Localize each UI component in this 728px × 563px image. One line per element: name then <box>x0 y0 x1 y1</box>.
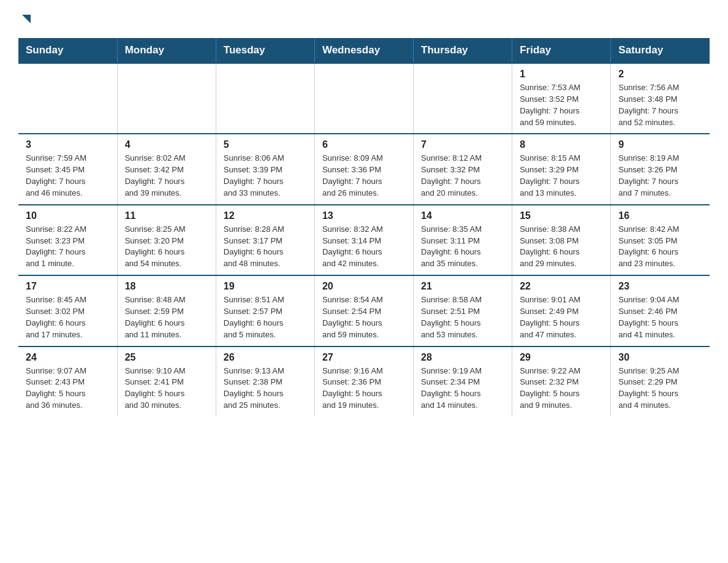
day-info: Sunrise: 8:28 AM Sunset: 3:17 PM Dayligh… <box>224 224 307 270</box>
calendar-cell: 21Sunrise: 8:58 AM Sunset: 2:51 PM Dayli… <box>414 275 512 346</box>
day-number: 15 <box>520 210 603 221</box>
calendar-cell <box>216 63 314 134</box>
calendar-cell <box>314 63 413 134</box>
calendar-cell: 13Sunrise: 8:32 AM Sunset: 3:14 PM Dayli… <box>314 205 413 275</box>
day-number: 18 <box>125 281 208 292</box>
day-number: 3 <box>26 139 110 150</box>
day-info: Sunrise: 8:12 AM Sunset: 3:32 PM Dayligh… <box>421 153 504 199</box>
day-info: Sunrise: 7:53 AM Sunset: 3:52 PM Dayligh… <box>520 82 603 128</box>
weekday-header-friday: Friday <box>512 38 611 63</box>
day-number: 20 <box>322 281 406 292</box>
page-header <box>18 12 710 26</box>
calendar-cell: 24Sunrise: 9:07 AM Sunset: 2:43 PM Dayli… <box>18 347 117 416</box>
day-info: Sunrise: 8:19 AM Sunset: 3:26 PM Dayligh… <box>618 153 702 199</box>
day-number: 7 <box>421 139 504 150</box>
calendar-cell: 29Sunrise: 9:22 AM Sunset: 2:32 PM Dayli… <box>512 347 611 416</box>
logo <box>18 12 33 26</box>
calendar-cell: 5Sunrise: 8:06 AM Sunset: 3:39 PM Daylig… <box>216 134 314 204</box>
calendar-cell <box>117 63 216 134</box>
day-number: 13 <box>322 210 406 221</box>
day-info: Sunrise: 8:35 AM Sunset: 3:11 PM Dayligh… <box>421 224 504 270</box>
calendar-cell: 7Sunrise: 8:12 AM Sunset: 3:32 PM Daylig… <box>414 134 512 204</box>
calendar-cell: 12Sunrise: 8:28 AM Sunset: 3:17 PM Dayli… <box>216 205 314 275</box>
calendar-week-row: 1Sunrise: 7:53 AM Sunset: 3:52 PM Daylig… <box>18 63 710 134</box>
calendar-table: SundayMondayTuesdayWednesdayThursdayFrid… <box>18 38 710 416</box>
day-number: 16 <box>618 210 702 221</box>
calendar-cell: 19Sunrise: 8:51 AM Sunset: 2:57 PM Dayli… <box>216 275 314 346</box>
day-number: 25 <box>125 352 208 363</box>
day-info: Sunrise: 8:06 AM Sunset: 3:39 PM Dayligh… <box>224 153 307 199</box>
calendar-cell: 20Sunrise: 8:54 AM Sunset: 2:54 PM Dayli… <box>314 275 413 346</box>
calendar-cell: 6Sunrise: 8:09 AM Sunset: 3:36 PM Daylig… <box>314 134 413 204</box>
day-number: 26 <box>224 352 307 363</box>
calendar-header: SundayMondayTuesdayWednesdayThursdayFrid… <box>18 38 710 63</box>
day-number: 4 <box>125 139 208 150</box>
day-info: Sunrise: 9:01 AM Sunset: 2:49 PM Dayligh… <box>520 294 603 340</box>
calendar-cell: 8Sunrise: 8:15 AM Sunset: 3:29 PM Daylig… <box>512 134 611 204</box>
day-info: Sunrise: 8:42 AM Sunset: 3:05 PM Dayligh… <box>618 224 702 270</box>
calendar-cell <box>414 63 512 134</box>
day-info: Sunrise: 8:38 AM Sunset: 3:08 PM Dayligh… <box>520 224 603 270</box>
day-info: Sunrise: 9:22 AM Sunset: 2:32 PM Dayligh… <box>520 366 603 412</box>
day-info: Sunrise: 9:04 AM Sunset: 2:46 PM Dayligh… <box>618 294 702 340</box>
day-info: Sunrise: 8:58 AM Sunset: 2:51 PM Dayligh… <box>421 294 504 340</box>
calendar-week-row: 24Sunrise: 9:07 AM Sunset: 2:43 PM Dayli… <box>18 347 710 416</box>
day-number: 22 <box>520 281 603 292</box>
calendar-cell: 22Sunrise: 9:01 AM Sunset: 2:49 PM Dayli… <box>512 275 611 346</box>
logo-arrow-icon <box>20 12 33 28</box>
calendar-cell <box>18 63 117 134</box>
calendar-cell: 27Sunrise: 9:16 AM Sunset: 2:36 PM Dayli… <box>314 347 413 416</box>
day-number: 5 <box>224 139 307 150</box>
day-number: 10 <box>26 210 110 221</box>
day-number: 11 <box>125 210 208 221</box>
day-info: Sunrise: 7:59 AM Sunset: 3:45 PM Dayligh… <box>26 153 110 199</box>
day-info: Sunrise: 8:02 AM Sunset: 3:42 PM Dayligh… <box>125 153 208 199</box>
calendar-cell: 25Sunrise: 9:10 AM Sunset: 2:41 PM Dayli… <box>117 347 216 416</box>
day-info: Sunrise: 8:32 AM Sunset: 3:14 PM Dayligh… <box>322 224 406 270</box>
day-number: 12 <box>224 210 307 221</box>
day-info: Sunrise: 8:51 AM Sunset: 2:57 PM Dayligh… <box>224 294 307 340</box>
day-number: 1 <box>520 69 603 80</box>
day-number: 6 <box>322 139 406 150</box>
calendar-cell: 4Sunrise: 8:02 AM Sunset: 3:42 PM Daylig… <box>117 134 216 204</box>
calendar-cell: 10Sunrise: 8:22 AM Sunset: 3:23 PM Dayli… <box>18 205 117 275</box>
day-number: 27 <box>322 352 406 363</box>
calendar-cell: 15Sunrise: 8:38 AM Sunset: 3:08 PM Dayli… <box>512 205 611 275</box>
day-info: Sunrise: 7:56 AM Sunset: 3:48 PM Dayligh… <box>618 82 702 128</box>
day-info: Sunrise: 9:16 AM Sunset: 2:36 PM Dayligh… <box>322 366 406 412</box>
calendar-cell: 26Sunrise: 9:13 AM Sunset: 2:38 PM Dayli… <box>216 347 314 416</box>
day-info: Sunrise: 9:07 AM Sunset: 2:43 PM Dayligh… <box>26 366 110 412</box>
svg-marker-0 <box>22 15 31 23</box>
calendar-cell: 2Sunrise: 7:56 AM Sunset: 3:48 PM Daylig… <box>611 63 710 134</box>
day-number: 30 <box>618 352 702 363</box>
day-info: Sunrise: 8:22 AM Sunset: 3:23 PM Dayligh… <box>26 224 110 270</box>
calendar-week-row: 3Sunrise: 7:59 AM Sunset: 3:45 PM Daylig… <box>18 134 710 204</box>
weekday-header-saturday: Saturday <box>611 38 710 63</box>
calendar-cell: 17Sunrise: 8:45 AM Sunset: 3:02 PM Dayli… <box>18 275 117 346</box>
day-info: Sunrise: 9:19 AM Sunset: 2:34 PM Dayligh… <box>421 366 504 412</box>
calendar-week-row: 17Sunrise: 8:45 AM Sunset: 3:02 PM Dayli… <box>18 275 710 346</box>
calendar-cell: 1Sunrise: 7:53 AM Sunset: 3:52 PM Daylig… <box>512 63 611 134</box>
calendar-body: 1Sunrise: 7:53 AM Sunset: 3:52 PM Daylig… <box>18 63 710 416</box>
day-info: Sunrise: 9:13 AM Sunset: 2:38 PM Dayligh… <box>224 366 307 412</box>
weekday-header-thursday: Thursday <box>414 38 512 63</box>
weekday-header-monday: Monday <box>117 38 216 63</box>
weekday-header-sunday: Sunday <box>18 38 117 63</box>
day-number: 21 <box>421 281 504 292</box>
day-info: Sunrise: 8:15 AM Sunset: 3:29 PM Dayligh… <box>520 153 603 199</box>
calendar-cell: 9Sunrise: 8:19 AM Sunset: 3:26 PM Daylig… <box>611 134 710 204</box>
calendar-cell: 11Sunrise: 8:25 AM Sunset: 3:20 PM Dayli… <box>117 205 216 275</box>
day-info: Sunrise: 8:45 AM Sunset: 3:02 PM Dayligh… <box>26 294 110 340</box>
calendar-cell: 14Sunrise: 8:35 AM Sunset: 3:11 PM Dayli… <box>414 205 512 275</box>
day-number: 29 <box>520 352 603 363</box>
day-number: 28 <box>421 352 504 363</box>
day-info: Sunrise: 8:54 AM Sunset: 2:54 PM Dayligh… <box>322 294 406 340</box>
day-number: 17 <box>26 281 110 292</box>
day-info: Sunrise: 8:48 AM Sunset: 2:59 PM Dayligh… <box>125 294 208 340</box>
day-number: 9 <box>618 139 702 150</box>
calendar-cell: 16Sunrise: 8:42 AM Sunset: 3:05 PM Dayli… <box>611 205 710 275</box>
day-number: 14 <box>421 210 504 221</box>
day-number: 2 <box>618 69 702 80</box>
day-info: Sunrise: 9:10 AM Sunset: 2:41 PM Dayligh… <box>125 366 208 412</box>
day-number: 19 <box>224 281 307 292</box>
